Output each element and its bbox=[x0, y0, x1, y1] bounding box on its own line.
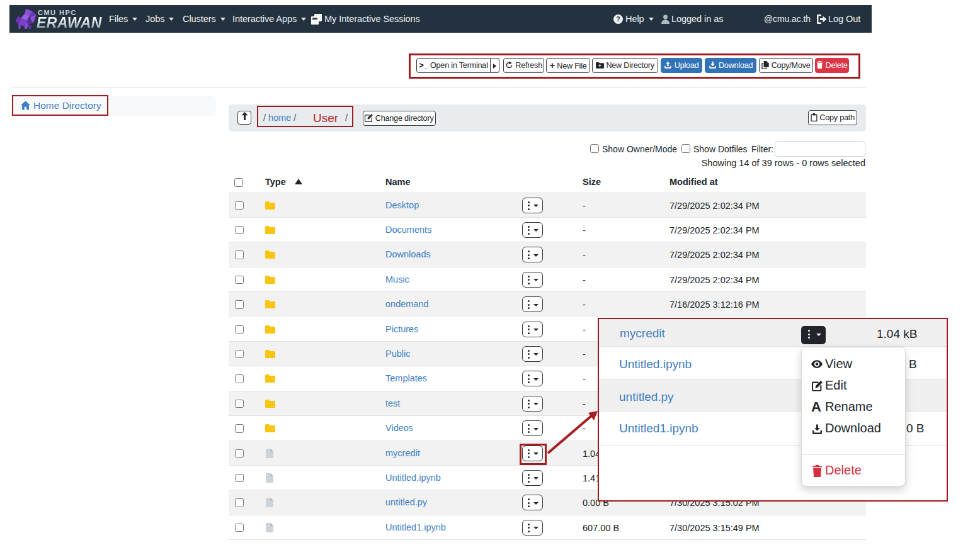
svg-text:?: ? bbox=[616, 15, 620, 23]
